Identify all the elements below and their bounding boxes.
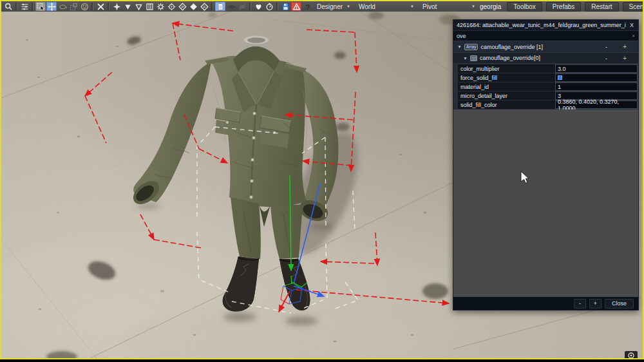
save-icon[interactable] [280, 2, 290, 11]
tree-row-camouflage-override-array[interactable]: ▼ Array camouflage_override [1] - + [453, 41, 638, 52]
material-id-field[interactable]: 1 [555, 82, 638, 91]
eye-icon[interactable] [226, 2, 236, 11]
editor-window: P F ? [0, 0, 644, 359]
property-row-solid-fill-color: solid_fill_color 0.3860, 0.4020, 0.3270,… [458, 100, 638, 109]
object-badge-icon [470, 55, 477, 61]
search-icon[interactable] [3, 2, 14, 11]
layers-sliders-icon[interactable] [19, 2, 30, 11]
mode-dropdown-label: Designer [317, 3, 343, 10]
world-dropdown-label: World [359, 3, 375, 10]
pivot-f-icon[interactable]: F [199, 2, 209, 11]
toolbar-separator [91, 3, 93, 10]
array-remove-button[interactable]: - [605, 43, 607, 50]
username-label: georgia [480, 3, 501, 10]
move-tool-icon[interactable] [46, 2, 57, 11]
array-type-badge: Array [464, 44, 478, 50]
chevron-down-icon: ▼ [346, 5, 350, 8]
toolbar-separator [108, 3, 109, 10]
world-dropdown[interactable]: World ▼ [355, 2, 418, 11]
toolbar-separator [15, 3, 17, 10]
chevron-down-icon: ▼ [471, 5, 475, 8]
document-icon[interactable] [215, 2, 225, 11]
clear-filter-icon[interactable]: × [632, 33, 635, 39]
object-properties-panel: 4261684: attachable_wear_tunic_m44_feldg… [453, 19, 639, 310]
chevron-expand-icon[interactable]: ▼ [457, 44, 462, 49]
warning-icon[interactable] [291, 2, 301, 11]
tree-row-label: camouflage_override[0] [480, 55, 540, 61]
drop-down-filled-icon[interactable] [122, 2, 133, 11]
footer-plus-button[interactable]: + [589, 299, 601, 309]
property-row-color-multiplier: color_multiplier 3.0 [458, 64, 638, 73]
mode-dropdown[interactable]: Designer ▼ [313, 2, 354, 11]
property-label: micro_detail_layer [458, 91, 555, 100]
columns-icon[interactable] [144, 2, 155, 11]
main-toolbar: P F ? [1, 1, 643, 12]
force-solid-fill-field[interactable] [555, 73, 638, 82]
element-add-button[interactable]: + [623, 55, 627, 62]
toolbar-right-group: georgia Toolbox Prefabs Restart Scenes [480, 2, 644, 12]
footer-minus-button[interactable]: - [574, 299, 586, 309]
chevron-down-icon: ▼ [410, 5, 414, 8]
pivot-p-icon[interactable]: P [177, 2, 187, 11]
scenes-button[interactable]: Scenes [623, 2, 644, 12]
panel-empty-area [453, 110, 638, 297]
toolbar-separator [32, 3, 33, 10]
panel-footer: - + Close [453, 297, 638, 310]
scale-tool-icon[interactable] [68, 2, 79, 11]
toolbar-separator [276, 3, 278, 10]
property-row-material-id: material_id 1 [458, 82, 638, 91]
panel-close-button[interactable]: X [629, 22, 635, 28]
chevron-expand-icon[interactable]: ▼ [463, 56, 468, 61]
eye-disabled-icon[interactable] [237, 2, 247, 11]
property-row-force-solid-fill: force_solid_fill [458, 73, 638, 82]
svg-text:F: F [203, 4, 205, 8]
heart-icon[interactable] [253, 2, 263, 11]
cross-tool-icon[interactable] [95, 2, 106, 11]
property-grid: color_multiplier 3.0 force_solid_fill ma… [453, 63, 638, 110]
panel-title: 4261684: attachable_wear_tunic_m44_feldg… [457, 22, 626, 28]
toolbar-separator [249, 3, 251, 10]
restart-button[interactable]: Restart [585, 2, 618, 12]
svg-text:?: ? [305, 3, 310, 10]
prefabs-button[interactable]: Prefabs [546, 2, 581, 12]
tree-row-label: camouflage_override [1] [480, 44, 543, 50]
property-label: material_id [458, 82, 555, 91]
record-target-icon[interactable] [625, 351, 638, 359]
target-icon[interactable] [166, 2, 176, 11]
array-add-button[interactable]: + [623, 43, 627, 50]
footer-close-button[interactable]: Close [605, 299, 634, 309]
property-label: solid_fill_color [458, 100, 555, 109]
toolbox-button[interactable]: Toolbox [507, 2, 542, 12]
smiley-icon[interactable] [79, 2, 90, 11]
property-label: color_multiplier [458, 64, 555, 73]
rotate-tool-icon[interactable] [57, 2, 68, 11]
drop-down-outline-icon[interactable] [133, 2, 144, 11]
svg-text:P: P [181, 4, 184, 8]
element-remove-button[interactable]: - [605, 55, 607, 62]
panel-title-bar[interactable]: 4261684: attachable_wear_tunic_m44_feldg… [453, 20, 638, 30]
help-icon[interactable]: ? [302, 2, 312, 11]
color-multiplier-field[interactable]: 3.0 [555, 64, 638, 73]
solid-fill-color-field[interactable]: 0.3860, 0.4020, 0.3270, 1.0000 [555, 100, 638, 109]
snap-star-icon[interactable] [111, 2, 122, 11]
gear-icon[interactable] [155, 2, 166, 11]
filter-input[interactable]: ove × [453, 30, 638, 41]
filter-text: ove [457, 33, 466, 39]
pivot-dropdown-label: Pivot [422, 3, 437, 10]
stopwatch-icon[interactable] [264, 2, 274, 11]
select-cursor-icon[interactable] [35, 2, 46, 11]
property-label: force_solid_fill [458, 73, 555, 82]
diamond-icon[interactable] [188, 2, 198, 11]
tree-row-camouflage-override-0[interactable]: ▼ camouflage_override[0] - + [453, 52, 638, 63]
toolbar-separator [211, 3, 213, 10]
pivot-dropdown[interactable]: Pivot ▼ [419, 2, 479, 11]
force-solid-fill-checkbox[interactable] [558, 75, 562, 80]
